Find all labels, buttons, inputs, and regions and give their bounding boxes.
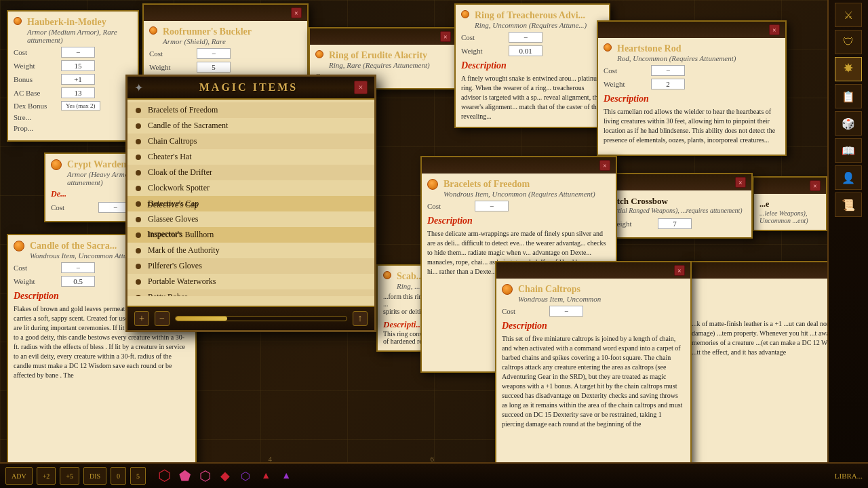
hauberk-cost-label: Cost (14, 48, 61, 56)
list-item-bracelets[interactable]: Bracelets of Freedom (127, 102, 374, 118)
roofrunner-subtitle: Armor (Shield), Rare (163, 37, 302, 45)
sidebar-icon-book[interactable]: 📖 (835, 138, 862, 163)
caltrops-subtitle: Wondrous Item, Uncommon (518, 295, 685, 303)
bracelets-main-title: Bracelets of Freedom (443, 179, 610, 190)
sidebar-icon-gear[interactable] (835, 57, 862, 81)
list-item-glassee-gloves[interactable]: Glassee Gloves (127, 211, 374, 227)
caltrops-close[interactable]: × (674, 265, 685, 276)
heartstone-cost-value: − (651, 65, 685, 76)
bottom-toolbar: ADV +2 +5 DIS 0 5 ⬡ ⬟ ⬡ ◆ ⬡ ▲ ▲ LIBRA... (0, 462, 868, 488)
dot-ratty-robes (136, 295, 141, 297)
heartstone-close[interactable]: × (769, 24, 780, 35)
ring-treacherous-desc-header: Description (461, 60, 604, 71)
list-item-cheaters-hat[interactable]: Cheater's Hat (127, 149, 374, 165)
roofrunner-close[interactable]: × (291, 7, 302, 18)
label-mark-authority: Mark of the Authority (148, 245, 220, 256)
dice-d6[interactable]: ⬡ (237, 467, 254, 485)
dot-clockwork-spotter (136, 186, 141, 191)
patch-title: ...tch Crossbow (610, 196, 746, 207)
far-right-close[interactable]: × (810, 180, 821, 191)
toolbar-0-btn[interactable]: 0 (111, 467, 126, 485)
hauberk-acbase-label: AC Base (14, 89, 61, 97)
dice-d12[interactable]: ⬟ (176, 467, 193, 485)
caltrops-desc: This set of five miniature caltrops is j… (502, 334, 685, 429)
dice-d4-purple[interactable]: ▲ (277, 467, 295, 485)
scroll-up-btn[interactable]: ↑ (353, 311, 368, 326)
heartstone-weight-value: 2 (651, 79, 685, 89)
magic-items-close-btn[interactable]: × (354, 81, 368, 94)
roofrunner-weight-label: Weight (149, 63, 197, 71)
dot-mark-authority (136, 248, 141, 253)
ring-erudite-subtitle: Ring, Rare (Requires Attunement) (329, 61, 451, 69)
item-dot-caltrops (502, 284, 513, 295)
caltrops-cost-value: − (549, 306, 583, 317)
ring-erudite-title: Ring of Erudite Alacrity (329, 50, 451, 61)
toolbar-plus2-btn[interactable]: +2 (37, 467, 56, 485)
list-item-chain-caltrops[interactable]: Chain Caltrops (127, 134, 374, 149)
magic-items-list[interactable]: Bracelets of Freedom Candle of the Sacra… (127, 100, 374, 296)
label-glassee-gloves: Glassee Gloves (148, 214, 198, 224)
dice-d20[interactable]: ⬡ (155, 467, 173, 485)
dice-d10[interactable]: ⬡ (196, 467, 214, 485)
sidebar-icon-user[interactable]: 👤 (835, 165, 862, 190)
candle-cost-value: − (61, 262, 95, 273)
bracelets-close[interactable]: × (599, 160, 610, 171)
crypt-warden-cost-label: Cost (51, 203, 98, 211)
hauberk-subtitle: Armor (Medium Armor), Rare attunement) (27, 28, 132, 44)
list-item-detectives-cap[interactable]: Detective's Cap (127, 196, 374, 211)
ring-erudite-close[interactable]: × (440, 31, 451, 42)
list-item-candle[interactable]: Candle of the Sacrament (127, 118, 374, 134)
toolbar-adv-btn[interactable]: ADV (5, 467, 33, 485)
bracelets-cost-label: Cost (427, 202, 475, 210)
item-dot-ring-treacherous (461, 10, 469, 18)
caltrops-desc-header: Description (502, 321, 685, 331)
list-item-mark-authority[interactable]: Mark of the Authority (127, 243, 374, 258)
list-item-cloak-drifter[interactable]: Cloak of the Drifter (127, 165, 374, 180)
hauberk-weight-label: Weight (14, 62, 61, 70)
bracelets-cost-value: − (475, 201, 509, 211)
item-dot-heartstone (604, 43, 612, 52)
label-cheaters-hat: Cheater's Hat (148, 152, 191, 162)
magic-items-footer: + − ↑ (127, 306, 374, 330)
hauberk-title: Hauberk-in-Motley (27, 17, 132, 28)
toolbar-dis-btn[interactable]: DIS (83, 467, 106, 485)
magic-items-header: ✦ MAGIC ITEMS × (127, 77, 374, 100)
remove-item-btn[interactable]: − (155, 311, 170, 326)
ring-treacherous-weight-value: 0.01 (509, 45, 542, 56)
add-item-btn[interactable]: + (134, 311, 149, 326)
dot-chain-caltrops (136, 139, 141, 144)
label-cloak-drifter: Cloak of the Drifter (148, 167, 212, 178)
sidebar-icon-notes[interactable]: 📋 (835, 84, 862, 108)
label-bracelets: Bracelets of Freedom (148, 105, 218, 115)
dice-d8[interactable]: ◆ (216, 467, 234, 485)
sidebar-icon-sword[interactable]: ⚔ (835, 3, 862, 27)
list-item-portable-waterworks[interactable]: Portable Waterworks (127, 274, 374, 289)
label-detectives-cap: Detective's Cap (148, 199, 199, 209)
dot-bracelets (136, 108, 141, 113)
hauberk-str-label: Stre... (14, 113, 61, 121)
candle-weight-value: 0.5 (61, 276, 95, 287)
list-item-ratty-robes[interactable]: Ratty Robes (127, 289, 374, 296)
dice-d4[interactable]: ▲ (257, 467, 275, 485)
sidebar-icon-dice[interactable]: 🎲 (835, 111, 862, 136)
card-ring-treacherous: Ring of Treacherous Advi... Ring, Uncomm… (454, 3, 610, 128)
item-dot-crypt-warden (51, 159, 62, 170)
ring-treacherous-desc: A finely wrought snake is entwined arou.… (461, 74, 604, 121)
list-item-clockwork-spotter[interactable]: Clockwork Spotter (127, 180, 374, 196)
bracelets-main-subtitle: Wondrous Item, Uncommon (Requires Attune… (443, 190, 610, 198)
toolbar-5-btn[interactable]: 5 (130, 467, 146, 485)
patch-close[interactable]: × (735, 177, 746, 188)
roofrunner-cost-value: − (197, 48, 231, 59)
list-item-inspectors-bullhorn[interactable]: Inspector's Bullhorn (127, 227, 374, 243)
progress-bar-fill (176, 317, 227, 321)
caltrops-cost-label: Cost (502, 307, 549, 315)
far-right-title: ...e (760, 199, 821, 209)
label-portable-waterworks: Portable Waterworks (148, 277, 216, 287)
sidebar-icon-scroll[interactable]: 📜 (835, 192, 862, 217)
card-hauberk: Hauberk-in-Motley Armor (Medium Armor), … (7, 10, 139, 142)
list-item-pilferers-gloves[interactable]: Pilferer's Gloves (127, 258, 374, 274)
toolbar-plus5-btn[interactable]: +5 (60, 467, 79, 485)
candle-weight-label: Weight (14, 277, 61, 285)
dot-portable-waterworks (136, 279, 141, 285)
sidebar-icon-shield[interactable]: 🛡 (835, 30, 862, 54)
